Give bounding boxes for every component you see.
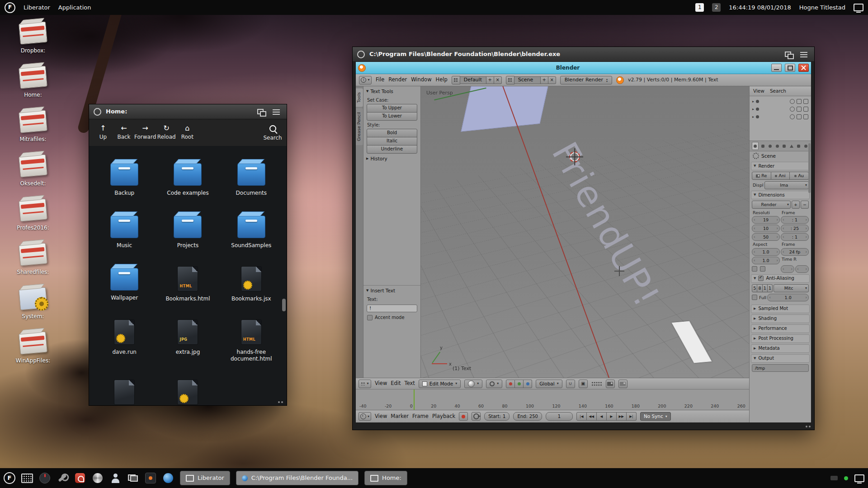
menu-application[interactable]: Application bbox=[58, 4, 91, 11]
menu-marker[interactable]: Marker bbox=[391, 413, 409, 420]
frame-start-field[interactable]: Start: 1 bbox=[484, 412, 509, 421]
current-frame-field[interactable]: 1 bbox=[546, 412, 573, 421]
panel-output[interactable]: Output bbox=[751, 354, 810, 363]
selectability-icon[interactable] bbox=[797, 107, 802, 112]
back-button[interactable]: ← Back bbox=[113, 121, 134, 145]
window-rollup-icon[interactable] bbox=[271, 108, 282, 116]
menu-playback[interactable]: Playback bbox=[432, 413, 455, 420]
screen-layout-browse-icon[interactable] bbox=[452, 76, 460, 84]
next-keyframe-button[interactable]: ▶▶ bbox=[617, 412, 627, 421]
maximize-button[interactable] bbox=[785, 64, 795, 72]
tab-render-icon[interactable] bbox=[752, 142, 759, 150]
folder-item[interactable]: Backup bbox=[93, 159, 156, 197]
sync-mode-select[interactable]: No Sync bbox=[640, 412, 671, 421]
panel-shading[interactable]: Shading bbox=[751, 314, 810, 323]
tab-constraints-icon[interactable] bbox=[788, 142, 794, 150]
tab-render-layers-icon[interactable] bbox=[760, 142, 766, 150]
dial-app-icon[interactable] bbox=[39, 472, 51, 484]
to-lower-button[interactable]: To Lower bbox=[367, 112, 417, 121]
panel-text-tools[interactable]: Text Tools bbox=[363, 86, 420, 96]
manipulator-rotate-icon[interactable] bbox=[515, 380, 524, 388]
menu-view[interactable]: View bbox=[375, 380, 387, 387]
add-scene-button[interactable]: + bbox=[541, 76, 548, 84]
tab-tools[interactable]: Tools bbox=[356, 88, 363, 107]
aspect-x-field[interactable]: 1.0 bbox=[752, 248, 780, 256]
resolution-y-field[interactable]: 10 bbox=[752, 225, 780, 232]
friend-logo-icon[interactable]: F bbox=[5, 2, 15, 13]
close-button[interactable] bbox=[798, 64, 809, 72]
file-item[interactable]: JPG hands-free document.html extra.jpg bbox=[156, 317, 219, 362]
panel-insert-text[interactable]: Insert Text bbox=[363, 286, 420, 295]
menu-render[interactable]: Render bbox=[388, 77, 407, 83]
window-menu-icon[interactable] bbox=[357, 51, 365, 58]
renderability-camera-icon[interactable] bbox=[803, 114, 808, 119]
border-checkbox[interactable] bbox=[752, 266, 757, 272]
aspect-y-field[interactable]: 1.0 bbox=[752, 257, 780, 264]
output-path-field[interactable]: /tmp bbox=[752, 364, 809, 372]
visibility-eye-icon[interactable] bbox=[790, 107, 795, 112]
window-depth-icon[interactable] bbox=[783, 50, 794, 58]
file-item-partial[interactable] bbox=[93, 377, 156, 405]
desktop-icon-dropbox[interactable]: Dropbox: bbox=[4, 18, 62, 54]
root-button[interactable]: ⌂ Root bbox=[177, 121, 198, 145]
friend-menu-icon[interactable]: F bbox=[4, 472, 15, 484]
panel-anti-aliasing[interactable]: Anti-Aliasing bbox=[751, 274, 810, 283]
window-menu-icon[interactable] bbox=[94, 108, 101, 116]
up-button[interactable]: ↑ Up bbox=[93, 121, 113, 145]
mode-select[interactable]: Edit Mode bbox=[419, 380, 461, 388]
desktop-icon-home[interactable]: Home: bbox=[4, 62, 62, 98]
forward-button[interactable]: → Forward bbox=[134, 121, 156, 145]
layers-widget[interactable] bbox=[591, 381, 602, 386]
renderability-camera-icon[interactable] bbox=[803, 99, 808, 104]
panel-dimensions[interactable]: Dimensions bbox=[751, 191, 810, 199]
editor-type-icon[interactable] bbox=[359, 76, 372, 84]
aa-samples-8-button[interactable]: 8 bbox=[757, 284, 762, 292]
anti-aliasing-checkbox[interactable] bbox=[758, 276, 764, 281]
outliner-tree[interactable]: ▸ ▸ ▸ bbox=[750, 96, 811, 141]
frame-end-field[interactable]: End: 250 bbox=[513, 412, 542, 421]
auto-keyframe-record-icon[interactable] bbox=[459, 412, 468, 421]
time-remap-new-field[interactable] bbox=[795, 265, 809, 273]
manipulator-scale-icon[interactable] bbox=[524, 380, 532, 388]
delete-layout-button[interactable]: × bbox=[494, 76, 502, 84]
window-rollup-icon[interactable] bbox=[799, 50, 810, 58]
snap-magnet-icon[interactable]: ∪ bbox=[566, 380, 575, 388]
folder-item[interactable]: Code examples bbox=[156, 159, 219, 197]
aa-samples-5-button[interactable]: 5 bbox=[752, 284, 757, 292]
cursor-3d-icon[interactable] bbox=[569, 151, 580, 162]
screen-layout-field[interactable]: Default bbox=[460, 76, 486, 84]
orientation-select[interactable]: Global bbox=[536, 380, 562, 388]
menu-window[interactable]: Window bbox=[411, 77, 431, 83]
pivot-select[interactable] bbox=[486, 380, 502, 388]
animation-button[interactable]: Ani bbox=[771, 172, 790, 180]
play-button[interactable]: ▶ bbox=[607, 412, 617, 421]
prev-keyframe-button[interactable]: ◀◀ bbox=[587, 412, 597, 421]
blender-app-titlebar[interactable]: Blender bbox=[356, 62, 811, 74]
folder-item[interactable]: Wallpaper bbox=[93, 263, 156, 302]
tab-scene-icon[interactable] bbox=[767, 142, 773, 150]
add-preset-button[interactable]: + bbox=[792, 201, 800, 209]
panel-metadata[interactable]: Metadata bbox=[751, 344, 810, 353]
menu-frame[interactable]: Frame bbox=[412, 413, 429, 420]
timeline-ruler[interactable]: -40 -20 0 20 40 60 80 100 120 140 160 18… bbox=[356, 389, 749, 410]
viewport-3d[interactable]: FriendUP! User Persp x y (1) Text bbox=[421, 86, 749, 378]
snap-element-icon[interactable]: ▣ bbox=[579, 380, 588, 388]
jump-end-button[interactable]: ▶| bbox=[627, 412, 637, 421]
opengl-render-anim-icon[interactable] bbox=[618, 380, 627, 388]
frame-step-field[interactable]: : 1 bbox=[781, 233, 809, 241]
visibility-eye-icon[interactable] bbox=[790, 114, 795, 119]
tab-grease-pencil[interactable]: Grease Pencil bbox=[356, 108, 363, 145]
tab-object-icon[interactable] bbox=[782, 142, 788, 150]
keyboard-layout-icon[interactable] bbox=[830, 476, 838, 480]
italic-button[interactable]: Italic bbox=[367, 137, 417, 145]
screens-app-icon[interactable] bbox=[127, 472, 139, 484]
play-reverse-button[interactable]: ◀ bbox=[597, 412, 607, 421]
file-item[interactable]: Bookmarks.jsx bbox=[220, 263, 283, 302]
panel-performance[interactable]: Performance bbox=[751, 324, 810, 333]
delete-scene-button[interactable]: × bbox=[548, 76, 556, 84]
terminal-icon[interactable] bbox=[21, 472, 33, 484]
outliner-item[interactable]: ▸ bbox=[750, 105, 810, 113]
full-sample-checkbox[interactable] bbox=[752, 295, 757, 300]
browser-app-icon[interactable] bbox=[162, 472, 174, 484]
add-layout-button[interactable]: + bbox=[486, 76, 494, 84]
